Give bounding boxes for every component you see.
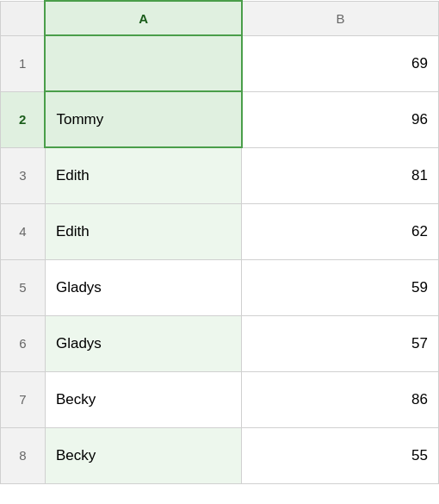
value-cell[interactable]: 69 (242, 35, 439, 91)
table-row[interactable]: 4Edith62 (1, 203, 439, 259)
value-cell[interactable]: 86 (242, 371, 439, 427)
table-row[interactable]: 8Becky55 (1, 427, 439, 483)
table-row[interactable]: 2Tommy96 (1, 91, 439, 147)
name-cell[interactable]: Becky (45, 427, 242, 483)
name-cell[interactable]: Becky (45, 371, 242, 427)
table-row[interactable]: 5Gladys59 (1, 259, 439, 315)
row-number: 5 (1, 259, 46, 315)
row-number: 3 (1, 147, 46, 203)
header-row: A B (1, 1, 439, 35)
value-cell[interactable]: 62 (242, 203, 439, 259)
name-cell[interactable] (45, 35, 242, 91)
name-cell[interactable]: Gladys (45, 315, 242, 371)
table-row[interactable]: 169 (1, 35, 439, 91)
value-cell[interactable]: 55 (242, 427, 439, 483)
name-cell[interactable]: Tommy (45, 91, 242, 147)
name-cell[interactable]: Edith (45, 147, 242, 203)
table-row[interactable]: 6Gladys57 (1, 315, 439, 371)
corner-cell (1, 1, 46, 35)
name-cell[interactable]: Edith (45, 203, 242, 259)
table-body: 1692Tommy963Edith814Edith625Gladys596Gla… (1, 35, 439, 483)
table-row[interactable]: 3Edith81 (1, 147, 439, 203)
row-number: 1 (1, 35, 46, 91)
col-a-header[interactable]: A (45, 1, 242, 35)
value-cell[interactable]: 57 (242, 315, 439, 371)
spreadsheet-table: A B 1692Tommy963Edith814Edith625Gladys59… (0, 0, 439, 484)
row-number: 4 (1, 203, 46, 259)
row-number: 2 (1, 91, 46, 147)
value-cell[interactable]: 81 (242, 147, 439, 203)
row-number: 7 (1, 371, 46, 427)
col-b-header[interactable]: B (242, 1, 439, 35)
spreadsheet: A B 1692Tommy963Edith814Edith625Gladys59… (0, 0, 439, 504)
table-row[interactable]: 7Becky86 (1, 371, 439, 427)
row-number: 8 (1, 427, 46, 483)
value-cell[interactable]: 59 (242, 259, 439, 315)
name-cell[interactable]: Gladys (45, 259, 242, 315)
row-number: 6 (1, 315, 46, 371)
value-cell[interactable]: 96 (242, 91, 439, 147)
